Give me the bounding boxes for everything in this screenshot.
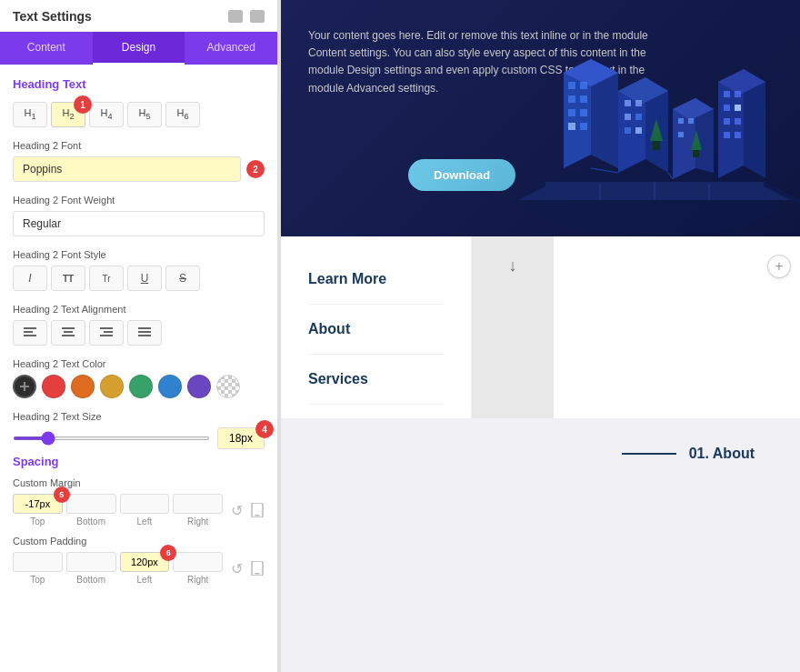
- align-center-button[interactable]: [51, 320, 85, 346]
- tab-advanced[interactable]: Advanced: [185, 32, 277, 65]
- nav-item-about[interactable]: About: [308, 305, 444, 355]
- size-badge: 4: [255, 420, 274, 438]
- about-label: 01. About: [622, 446, 755, 462]
- color-swatches: [13, 375, 265, 398]
- padding-bottom-input[interactable]: [66, 552, 116, 572]
- weight-select[interactable]: Regular Bold Light: [13, 211, 265, 236]
- h1-button[interactable]: H1: [13, 102, 47, 127]
- h6-label: H6: [176, 107, 188, 121]
- align-left-button[interactable]: [13, 320, 47, 346]
- strikethrough-button[interactable]: S: [165, 266, 200, 291]
- padding-right-wrap: Right: [173, 552, 223, 585]
- nav-item-services[interactable]: Services: [308, 355, 444, 405]
- align-buttons: [13, 320, 265, 346]
- color-yellow[interactable]: [100, 375, 124, 398]
- svg-rect-41: [625, 100, 631, 106]
- svg-rect-34: [568, 109, 575, 116]
- color-dark[interactable]: [13, 375, 36, 398]
- underline-button[interactable]: U: [127, 266, 162, 291]
- svg-rect-12: [138, 327, 151, 329]
- svg-rect-43: [625, 114, 631, 120]
- padding-right-input[interactable]: [173, 552, 223, 572]
- uppercase-button[interactable]: TT: [51, 266, 85, 291]
- margin-right-input[interactable]: [173, 494, 223, 514]
- align-justify-button[interactable]: [127, 320, 162, 346]
- padding-reset-button[interactable]: ↺: [226, 558, 246, 578]
- font-select[interactable]: Poppins: [13, 156, 241, 182]
- h2-button[interactable]: H2 1: [51, 102, 85, 127]
- svg-rect-32: [568, 95, 575, 103]
- add-section-button[interactable]: +: [767, 255, 791, 278]
- svg-rect-42: [635, 100, 642, 106]
- padding-device-icon[interactable]: [250, 561, 265, 576]
- margin-right-wrap: Right: [173, 494, 223, 527]
- tabs-container: Content Design Advanced: [0, 32, 277, 65]
- nav-item-benefits[interactable]: Benefits: [308, 405, 444, 418]
- size-slider[interactable]: [13, 436, 210, 440]
- color-orange[interactable]: [71, 375, 95, 398]
- h6-button[interactable]: H6: [165, 102, 200, 127]
- down-arrow-icon: ↓: [509, 256, 517, 276]
- heading-text-section-title: Heading Text: [13, 77, 265, 91]
- padding-left-wrap: 6 Left: [120, 552, 170, 585]
- svg-rect-51: [688, 118, 694, 124]
- size-label: Heading 2 Text Size: [13, 411, 265, 422]
- color-purple[interactable]: [187, 375, 211, 398]
- weight-label: Heading 2 Font Weight: [13, 195, 265, 206]
- svg-rect-62: [724, 132, 730, 138]
- svg-rect-37: [580, 123, 587, 130]
- margin-left-label: Left: [137, 517, 153, 527]
- margin-left-input[interactable]: [120, 494, 170, 514]
- tab-content[interactable]: Content: [0, 32, 93, 65]
- right-panel: Your content goes here. Edit or remove t…: [281, 0, 800, 672]
- nav-arrow-column: ↓: [472, 236, 554, 418]
- h5-label: H5: [138, 107, 150, 121]
- svg-rect-31: [580, 82, 587, 89]
- svg-rect-14: [138, 335, 151, 336]
- header-icons: [228, 10, 265, 23]
- margin-right-label: Right: [187, 517, 208, 527]
- margin-top-label: Top: [30, 517, 45, 527]
- svg-rect-63: [735, 132, 741, 138]
- h4-label: H4: [100, 107, 112, 121]
- h5-button[interactable]: H5: [127, 102, 162, 127]
- minimize-icon[interactable]: [228, 10, 243, 23]
- align-right-button[interactable]: [89, 320, 124, 346]
- padding-top-wrap: Top: [13, 552, 63, 585]
- heading-level-buttons: H1 H2 1 H4 H5 H6: [13, 102, 265, 127]
- italic-button[interactable]: I: [13, 266, 47, 291]
- bottom-section: 01. About: [281, 418, 800, 672]
- color-red[interactable]: [42, 375, 65, 398]
- nav-item-learn-more[interactable]: Learn More: [308, 255, 444, 305]
- hero-section: Your content goes here. Edit or remove t…: [281, 0, 800, 236]
- padding-left-label: Left: [137, 575, 153, 585]
- tab-design[interactable]: Design: [93, 32, 185, 65]
- style-buttons: I TT Tr U S: [13, 266, 265, 291]
- margin-device-icon[interactable]: [250, 503, 265, 517]
- style-label: Heading 2 Font Style: [13, 249, 265, 260]
- align-label: Heading 2 Text Alignment: [13, 304, 265, 315]
- h2-label: H2: [62, 107, 74, 121]
- svg-rect-59: [735, 105, 741, 111]
- svg-rect-35: [580, 109, 587, 116]
- svg-rect-46: [635, 127, 642, 134]
- margin-reset-button[interactable]: ↺: [226, 500, 246, 520]
- padding-top-input[interactable]: [13, 552, 63, 572]
- spacing-section: Spacing Custom Margin 5 Top: [13, 455, 265, 585]
- margin-fields: 5 Top Bottom Left: [13, 494, 223, 527]
- svg-rect-13: [138, 331, 151, 333]
- h4-button[interactable]: H4: [89, 102, 124, 127]
- download-button[interactable]: Download: [408, 159, 515, 191]
- color-picker-button[interactable]: [216, 375, 240, 398]
- spacing-section-title: Spacing: [13, 455, 265, 468]
- margin-bottom-input[interactable]: [66, 494, 116, 514]
- color-blue[interactable]: [158, 375, 182, 398]
- color-green[interactable]: [129, 375, 153, 398]
- font-badge: 2: [246, 160, 265, 178]
- capitalize-button[interactable]: Tr: [89, 266, 124, 291]
- nav-column: Learn More About Services Benefits News: [281, 236, 472, 418]
- content-section: Learn More About Services Benefits News …: [281, 236, 800, 418]
- svg-rect-56: [724, 91, 730, 97]
- expand-icon[interactable]: [250, 10, 265, 23]
- svg-rect-44: [635, 114, 642, 120]
